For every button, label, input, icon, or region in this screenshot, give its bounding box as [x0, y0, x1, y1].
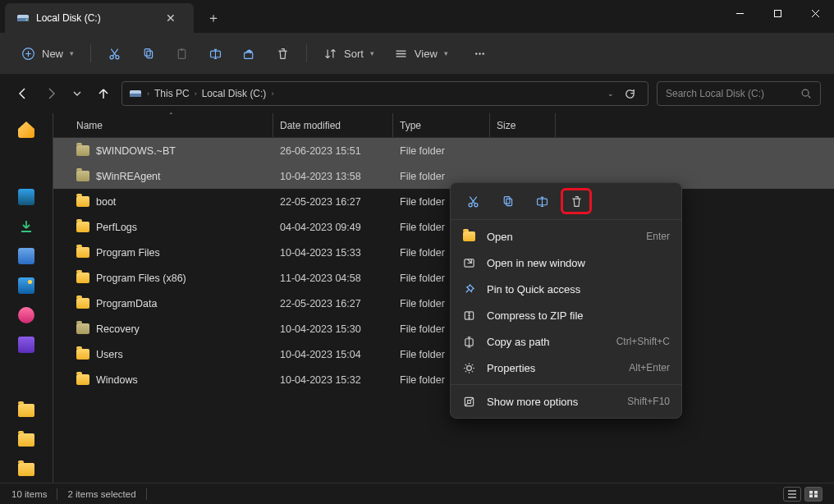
sidebar-downloads-icon[interactable] [18, 218, 34, 235]
svg-rect-3 [774, 10, 781, 16]
table-row[interactable]: Recovery10-04-2023 15:30File folder [53, 316, 834, 341]
refresh-button[interactable] [619, 88, 641, 100]
forward-button[interactable] [41, 84, 61, 103]
delete-button[interactable] [268, 42, 298, 66]
ctx-label: Pin to Quick access [487, 283, 580, 296]
svg-rect-10 [181, 48, 183, 51]
copy-button[interactable] [133, 42, 163, 66]
tab-close-button[interactable]: ✕ [161, 10, 181, 26]
address-dropdown-button[interactable]: ⌄ [607, 89, 614, 98]
tab-title: Local Disk (C:) [36, 12, 154, 24]
sort-button[interactable]: Sort ▾ [315, 42, 383, 66]
folder-icon [76, 247, 89, 258]
folder-icon [76, 323, 89, 334]
status-selected: 2 items selected [67, 489, 135, 499]
breadcrumb-part[interactable]: This PC [154, 88, 190, 99]
column-size[interactable]: Size [490, 113, 556, 137]
up-button[interactable] [94, 84, 113, 103]
column-date[interactable]: Date modified [273, 113, 393, 137]
svg-rect-8 [147, 51, 153, 58]
file-pane: Name⌃ Date modified Type Size $WINDOWS.~… [53, 113, 834, 483]
ctx-show-more[interactable]: Show more optionsShift+F10 [451, 388, 681, 415]
details-view-button[interactable] [783, 487, 801, 502]
table-row[interactable]: Program Files (x86)11-04-2023 04:58File … [53, 265, 834, 291]
ctx-cut-button[interactable] [459, 190, 487, 213]
ctx-copy-button[interactable] [493, 190, 521, 213]
tiles-view-button[interactable] [804, 487, 823, 502]
new-button[interactable]: New ▾ [13, 42, 82, 66]
column-name[interactable]: Name⌃ [70, 113, 273, 137]
svg-rect-20 [814, 491, 818, 494]
sidebar-folder-icon[interactable] [18, 404, 34, 420]
drive-icon [16, 11, 30, 25]
ctx-hint: Enter [646, 231, 670, 242]
sidebar-home-icon[interactable] [18, 121, 34, 138]
file-name: Users [96, 349, 123, 360]
title-bar: Local Disk (C:) ✕ ＋ [0, 0, 834, 33]
search-box[interactable]: Search Local Disk (C:) [657, 81, 821, 106]
ctx-rename-button[interactable] [528, 190, 556, 213]
ctx-item[interactable]: OpenEnter [451, 223, 681, 250]
table-row[interactable]: $WINDOWS.~BT26-06-2023 15:51File folder [53, 138, 834, 163]
ctx-item[interactable]: Pin to Quick access [451, 276, 681, 302]
new-label: New [42, 48, 63, 60]
ctx-hint: Ctrl+Shift+C [616, 336, 670, 347]
newwin-icon [462, 257, 475, 269]
sidebar-videos-icon[interactable] [18, 337, 34, 353]
separator [306, 44, 307, 62]
ctx-item[interactable]: Open in new window [451, 250, 681, 276]
context-icon-row [451, 183, 681, 220]
maximize-button[interactable] [758, 0, 796, 26]
table-row[interactable]: ProgramData22-05-2023 16:27File folder [53, 291, 834, 316]
ctx-item[interactable]: Compress to ZIP file [451, 302, 681, 328]
table-row[interactable]: Users10-04-2023 15:04File folder [53, 341, 834, 367]
sidebar-documents-icon[interactable] [18, 248, 34, 264]
folder-icon [76, 145, 89, 156]
paste-button[interactable] [167, 42, 197, 66]
file-date: 22-05-2023 16:27 [273, 196, 393, 208]
ctx-item[interactable]: PropertiesAlt+Enter [451, 355, 681, 381]
sidebar-pictures-icon[interactable] [18, 277, 34, 294]
svg-rect-12 [245, 52, 253, 58]
more-button[interactable] [465, 42, 495, 66]
file-name: boot [96, 196, 116, 208]
sidebar-desktop-icon[interactable] [18, 189, 34, 205]
toolbar: New ▾ Sort ▾ View ▾ [0, 33, 834, 74]
status-count: 10 items [11, 489, 47, 499]
share-button[interactable] [234, 42, 264, 66]
view-button[interactable]: View ▾ [386, 42, 456, 66]
more-icon [462, 396, 475, 408]
table-row[interactable]: PerfLogs04-04-2023 09:49File folder [53, 214, 834, 240]
back-button[interactable] [13, 84, 33, 103]
window-tab[interactable]: Local Disk (C:) ✕ [5, 3, 194, 33]
ctx-item[interactable]: Copy as pathCtrl+Shift+C [451, 328, 681, 355]
cut-button[interactable] [99, 42, 130, 66]
breadcrumb-part[interactable]: Local Disk (C:) [202, 88, 267, 99]
close-button[interactable] [796, 0, 834, 26]
window-controls [721, 0, 834, 26]
ctx-label: Show more options [487, 396, 578, 408]
sidebar-music-icon[interactable] [18, 307, 34, 323]
folder-icon [76, 298, 89, 309]
recent-button[interactable] [69, 85, 85, 102]
new-tab-button[interactable]: ＋ [194, 3, 233, 33]
address-bar[interactable]: › This PC › Local Disk (C:) › ⌄ [121, 81, 648, 106]
table-row[interactable]: $WinREAgent10-04-2023 13:58File folder [53, 163, 834, 189]
file-name: ProgramData [96, 298, 157, 309]
svg-point-15 [482, 53, 483, 54]
view-label: View [415, 48, 438, 60]
svg-rect-19 [809, 491, 813, 494]
table-row[interactable]: Windows10-04-2023 15:32File folder [53, 367, 834, 392]
sidebar-folder-icon[interactable] [18, 463, 34, 479]
rename-button[interactable] [200, 42, 231, 66]
ctx-delete-button[interactable] [562, 190, 590, 213]
table-row[interactable]: boot22-05-2023 16:27File folder [53, 189, 834, 214]
svg-rect-9 [178, 49, 186, 58]
context-items: OpenEnterOpen in new windowPin to Quick … [451, 220, 681, 418]
minimize-button[interactable] [721, 0, 758, 26]
sidebar-folder-icon[interactable] [18, 433, 34, 450]
column-header: Name⌃ Date modified Type Size [53, 113, 834, 138]
table-row[interactable]: Program Files10-04-2023 15:33File folder [53, 240, 834, 265]
file-date: 04-04-2023 09:49 [273, 222, 393, 233]
column-type[interactable]: Type [393, 113, 490, 137]
